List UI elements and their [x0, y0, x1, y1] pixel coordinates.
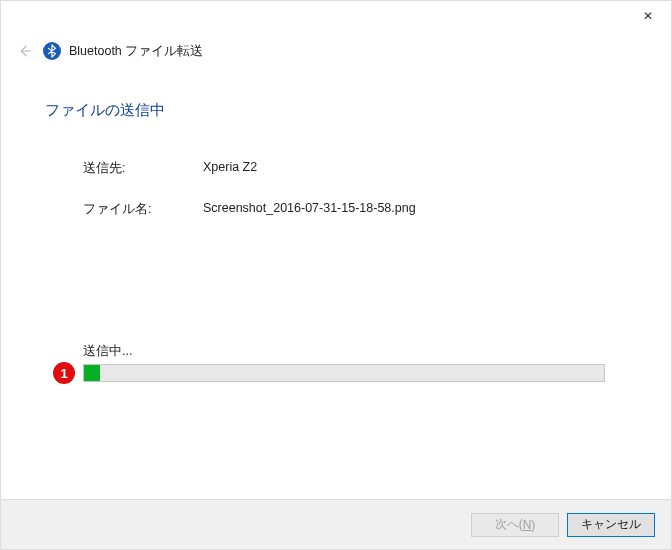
back-arrow-icon: [15, 41, 35, 61]
bluetooth-icon: [43, 42, 61, 60]
filename-value: Screenshot_2016-07-31-15-18-58.png: [203, 201, 416, 218]
annotation-badge: 1: [53, 362, 75, 384]
progress-fill: [84, 365, 100, 381]
filename-label: ファイル名:: [83, 201, 203, 218]
footer: 次へ(N) キャンセル: [1, 499, 671, 549]
filename-row: ファイル名: Screenshot_2016-07-31-15-18-58.pn…: [83, 201, 671, 218]
destination-value: Xperia Z2: [203, 160, 257, 177]
progressbar: [83, 364, 605, 382]
progress-wrap: 1: [83, 364, 613, 382]
destination-label: 送信先:: [83, 160, 203, 177]
page-title: ファイルの送信中: [1, 61, 671, 120]
next-button-prefix: 次へ(: [495, 516, 523, 533]
next-button: 次へ(N): [471, 513, 559, 537]
window-header: Bluetooth ファイル転送: [1, 35, 671, 61]
next-button-key: N: [523, 518, 532, 532]
cancel-button[interactable]: キャンセル: [567, 513, 655, 537]
progress-label: 送信中...: [83, 343, 613, 360]
destination-row: 送信先: Xperia Z2: [83, 160, 671, 177]
titlebar: ✕: [1, 1, 671, 35]
close-button[interactable]: ✕: [625, 1, 671, 31]
next-button-suffix: ): [531, 518, 535, 532]
progress-section: 送信中... 1: [83, 343, 613, 382]
window-title: Bluetooth ファイル転送: [69, 43, 203, 60]
content-area: 送信先: Xperia Z2 ファイル名: Screenshot_2016-07…: [1, 120, 671, 218]
